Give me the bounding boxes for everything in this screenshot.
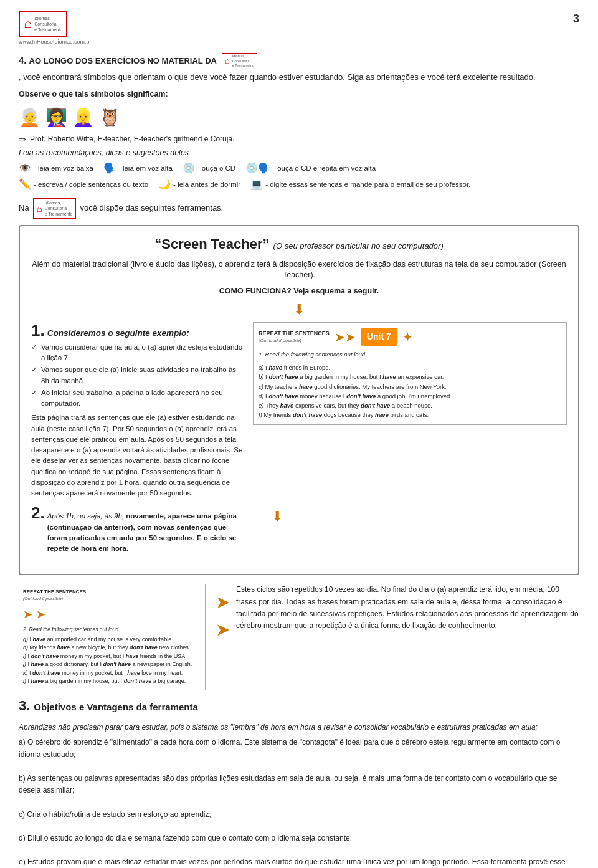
mini-s-k: k) I don't have money in my pocket, but …: [23, 669, 201, 678]
section-title: AO LONGO DOS EXERCÍCIOS NO MATERIAL DA: [29, 55, 217, 67]
mini-s-j: j) I have a good dictionary, but I don't…: [23, 661, 201, 669]
objetivos-e: e) Estudos provam que é mais eficaz estu…: [19, 856, 579, 868]
screen-teacher-box: “Screen Teacher” (O seu professor partic…: [19, 225, 579, 575]
observe-box: Observe o que tais símbolos significam:: [19, 89, 579, 100]
page-number: 3: [573, 11, 579, 27]
inline-logo-text: Idiomas, Consultoria e Treinamento: [232, 54, 254, 67]
step2-right: ⬇: [253, 505, 567, 529]
cd-voice-icon: 💿🗣️: [245, 161, 270, 175]
objetivos-a: a) O cérebro do aprendiz é "alimentado" …: [19, 737, 579, 760]
logo-box: ⌂ Idiomas, Consultoria e Treinamento: [19, 11, 67, 37]
step1-header: 1. Consideremos o seguinte exemplo:: [31, 322, 243, 340]
objetivos-intro: Aprendizes não precisam parar para estud…: [19, 722, 579, 733]
step1-left: 1. Consideremos o seguinte exemplo: Vamo…: [31, 322, 243, 498]
inline-logo-house: ⌂: [225, 55, 230, 67]
na-line: Na ⌂ Idiomas, Consultoria e Treinamento …: [19, 198, 579, 219]
logo-area: ⌂ Idiomas, Consultoria e Treinamento www…: [19, 11, 92, 45]
unit7-sentence-e: e) They have expensive cars, but they do…: [259, 401, 561, 410]
section-4-header: 4. AO LONGO DOS EXERCÍCIOS NO MATERIAL D…: [19, 53, 579, 83]
objetivos-title: Objetivos e Vantagens da ferramenta: [34, 700, 197, 713]
prof-line: ⇒ Prof. Roberto Witte, E-teacher, E-teac…: [19, 133, 579, 146]
pen-icon: ✏️: [19, 178, 31, 191]
step2-header: 2. Após 1h, ou seja, às 9h, novamente, a…: [31, 505, 243, 554]
eye-icon: 👁️: [19, 161, 31, 175]
rec-text-2: - leia em voz alta: [118, 163, 173, 173]
screen-teacher-subtitle: (O seu professor particular no seu compu…: [273, 241, 444, 250]
rec-item-2: 🗣️ - leia em voz alta: [103, 161, 173, 175]
unit7-sentences: a) I have friends in Europe. b) I don't …: [259, 363, 561, 419]
objetivos-list: a) O cérebro do aprendiz é "alimentado" …: [19, 737, 579, 868]
unit7-badge: Unit 7: [361, 328, 397, 346]
section-number: 4.: [19, 54, 27, 67]
unit7-header-row: REPEAT THE SENTENCES (Out loud if possib…: [259, 328, 561, 346]
objetivos-section: 3. Objetivos e Vantagens da ferramenta A…: [19, 697, 579, 868]
step1-number: 1.: [31, 322, 45, 338]
rec-item-1: 👁️ - leia em voz baixa: [19, 161, 93, 175]
bottom-section: REPEAT THE SENTENCES (Out loud if possib…: [19, 584, 579, 690]
cycles-text: Estes ciclos são repetidos 10 vezes ao d…: [236, 584, 579, 632]
screen-teacher-desc: Além do material tradicional (livro e áu…: [31, 259, 567, 281]
step1-bullet-2: Vamos supor que ele (a) inicie suas ativ…: [31, 365, 243, 386]
step1-paragraph: Esta página trará as sentenças que ele (…: [31, 413, 243, 498]
symbol-owl-icon: 🦉: [99, 105, 121, 130]
logo-text: Idiomas, Consultoria e Treinamento: [34, 16, 62, 32]
mini-repeat-sub: (Out loud if possible): [23, 596, 201, 603]
rec-text-6: - leia antes de dormir: [173, 179, 240, 189]
unit7-star-icon: ✦: [402, 328, 413, 346]
na-logo-house: ⌂: [37, 202, 42, 215]
objetivos-number: 3.: [19, 697, 30, 716]
rec-items: 👁️ - leia em voz baixa 🗣️ - leia em voz …: [19, 161, 579, 175]
rec-text-3: - ouça o CD: [197, 163, 235, 173]
symbol-face-icon: 🧑‍🦳: [19, 105, 40, 130]
step2-section: 2. Após 1h, ou seja, às 9h, novamente, a…: [31, 505, 567, 556]
rec-item-7: 💻 - digite essas sentenças e mande para …: [250, 178, 470, 191]
rec-text-4: - ouça o CD e repita em voz alta: [273, 163, 376, 173]
cycles-arrow-1: ➤: [216, 590, 230, 614]
unit7-repeat-title: REPEAT THE SENTENCES: [259, 330, 330, 337]
mini-instruction: 2. Read the following sentences out loud…: [23, 626, 201, 634]
na-logo: ⌂ Idiomas, Consultoria e Treinamento: [33, 198, 77, 219]
unit7-sentence-f: f) My friends don't have dogs because th…: [259, 410, 561, 419]
down-arrow-icon: ⬇: [31, 300, 567, 320]
moon-icon: 🌙: [158, 178, 171, 191]
cd-icon: 💿: [183, 161, 195, 175]
step1-bullet-1: Vamos considerar que na aula, o (a) apre…: [31, 342, 243, 364]
mini-s-g: g) I have an imported car and my house i…: [23, 636, 201, 644]
unit7-sentence-c: c) My teachers have good dictionaries. M…: [259, 382, 561, 391]
observe-title: Observe o que tais símbolos significam:: [19, 90, 168, 98]
unit7-box: REPEAT THE SENTENCES (Out loud if possib…: [253, 322, 567, 498]
screen-teacher-title: “Screen Teacher” (O seu professor partic…: [31, 235, 567, 254]
mini-s-i: i) I don't have money in my pocket, but …: [23, 652, 201, 661]
objetivos-b: b) As sentenças ou palavras apresentadas…: [19, 773, 579, 796]
rec-item-3: 💿 - ouça o CD: [183, 161, 235, 175]
mini-sentences: g) I have an imported car and my house i…: [23, 636, 201, 686]
mini-s-l: l) I have a big garden in my house, but …: [23, 677, 201, 686]
rec-title: Leia as recomendações, dicas e sugestões…: [19, 148, 579, 159]
step2-arrow-icon: ⬇: [272, 507, 567, 527]
rec-text-1: - leia em voz baixa: [34, 163, 93, 173]
step2-left: 2. Após 1h, ou seja, às 9h, novamente, a…: [31, 505, 243, 556]
section-trailing: , você encontrará símbolos que orientam …: [19, 72, 536, 83]
unit7-instruction: 1. Read the following sentences out loud…: [259, 350, 561, 359]
step1-title: Consideremos o seguinte exemplo:: [47, 328, 189, 340]
inline-logo: ⌂ Idiomas, Consultoria e Treinamento: [222, 53, 257, 69]
voice-icon: 🗣️: [103, 161, 116, 175]
symbol-illustrations: 🧑‍🦳 👩‍🏫 👱‍♀️ 🦉: [19, 105, 579, 130]
arrow-icon: ⇒: [19, 133, 26, 146]
computer-icon: 💻: [250, 178, 263, 191]
mini-arrow-1: ➤: [23, 606, 32, 623]
step1-content: Vamos considerar que na aula, o (a) apre…: [31, 342, 243, 499]
rec-item-4: 💿🗣️ - ouça o CD e repita em voz alta: [245, 161, 376, 175]
unit7-inner: REPEAT THE SENTENCES (Out loud if possib…: [253, 322, 567, 425]
unit7-arrow-icon: ➤➤: [335, 328, 356, 346]
symbol-girlfriend-icon: 👱‍♀️: [72, 105, 94, 130]
symbol-teacher-icon: 👩‍🏫: [45, 105, 67, 130]
objetivos-d: d) Dilui o estudo ao longo do dia e sema…: [19, 832, 579, 844]
logo-house-icon: ⌂: [24, 14, 32, 34]
step1-bullets: Vamos considerar que na aula, o (a) apre…: [31, 342, 243, 409]
rec-text-5: - escreva / copie sentenças ou texto: [34, 179, 148, 189]
cycles-content: ➤ ➤ Estes ciclos são repetidos 10 vezes …: [216, 584, 579, 641]
rec-item-5: ✏️ - escreva / copie sentenças ou texto: [19, 178, 148, 191]
rec-item-6: 🌙 - leia antes de dormir: [158, 178, 240, 191]
step1-bullet-3: Ao iniciar seu trabalho, a página a lado…: [31, 388, 243, 409]
